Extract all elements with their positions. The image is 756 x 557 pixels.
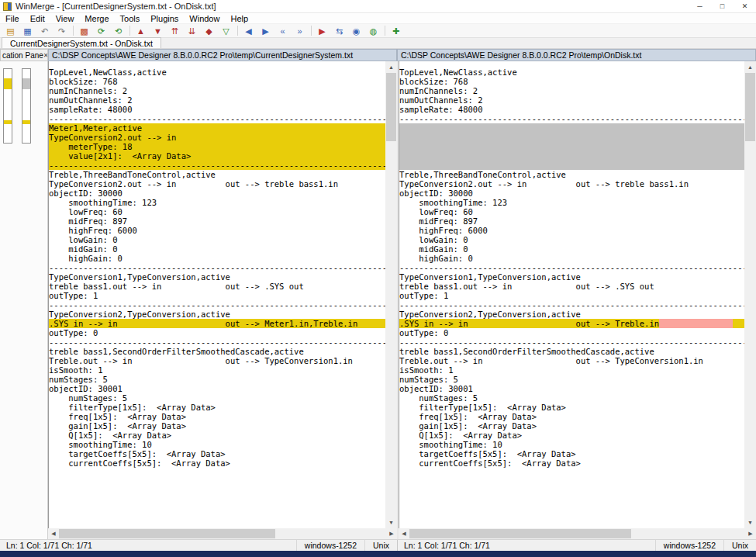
code-line[interactable]: objectID: 30000	[399, 189, 744, 198]
title-bar[interactable]: WinMerge - [CurrentDesignerSystem.txt - …	[0, 0, 756, 13]
code-line[interactable]: outType: 1	[49, 291, 385, 300]
code-line[interactable]: highFreq: 6000	[399, 226, 744, 235]
code-line[interactable]: highGain: 0	[399, 254, 744, 263]
view-report-button[interactable]: ◉	[348, 25, 364, 37]
right-vertical-scrollbar[interactable]: ▲ ▼	[744, 61, 756, 528]
code-line[interactable]: ----------------------------------------…	[399, 337, 744, 347]
code-line[interactable]: midFreq: 897	[399, 216, 744, 226]
options-button[interactable]: ▩	[76, 25, 92, 37]
code-line[interactable]: objectID: 30001	[399, 384, 744, 393]
scroll-right-icon[interactable]: ▶	[745, 528, 756, 539]
code-line[interactable]: numOutChannels: 2	[49, 95, 385, 105]
location-pane-titlebar[interactable]: cation Pane ✕	[0, 49, 48, 61]
code-line[interactable]: blockSize: 768	[49, 77, 385, 86]
diff-line[interactable]: TypeConversion2.out --> in	[49, 133, 385, 142]
right-eol[interactable]: Unix	[723, 540, 756, 551]
code-line[interactable]: treble_bass1.out --> in out --> .SYS_out	[399, 282, 744, 291]
code-line[interactable]: numOutChannels: 2	[399, 95, 744, 105]
code-line[interactable]: lowGain: 0	[399, 235, 744, 244]
code-line[interactable]: gain[1x5]: <Array Data>	[399, 421, 744, 431]
menu-tools[interactable]: Tools	[115, 13, 146, 24]
redo-button[interactable]: ↷	[54, 25, 70, 37]
scroll-right-icon[interactable]: ▶	[386, 528, 397, 539]
current-difference-button[interactable]: ◆	[201, 25, 217, 37]
menu-window[interactable]: Window	[184, 13, 225, 24]
code-line[interactable]: targetCoeffs[5x5]: <Array Data>	[49, 449, 385, 458]
code-line[interactable]: Treble.out --> in out --> TypeConversion…	[49, 356, 385, 365]
swap-panes-button[interactable]: ⇆	[331, 25, 347, 37]
diff-line[interactable]: ----------------------------------------…	[49, 161, 385, 170]
prev-difference-button[interactable]: ▲	[133, 25, 149, 37]
save-button[interactable]: ▦	[19, 25, 36, 37]
missing-line[interactable]	[399, 142, 744, 151]
code-line[interactable]: numStages: 5	[49, 375, 385, 384]
recompare-button[interactable]: ⟲	[110, 25, 126, 37]
code-line[interactable]: TopLevel,NewClass,active	[49, 67, 385, 77]
diff-line[interactable]: meterType: 18	[49, 142, 385, 151]
document-tab[interactable]: CurrentDesignerSystem.txt - OnDisk.txt	[2, 37, 161, 48]
code-line[interactable]: smoothingTime: 123	[49, 198, 385, 207]
code-line[interactable]: TypeConversion2,TypeConversion,active	[399, 310, 744, 319]
copy-all-left-button[interactable]: «	[274, 25, 291, 37]
minimize-button[interactable]: ─	[689, 0, 711, 12]
code-line[interactable]: ----------------------------------------…	[49, 300, 385, 310]
left-horizontal-scrollbar[interactable]: ◀ ▶	[48, 528, 397, 539]
code-line[interactable]: filterType[1x5]: <Array Data>	[49, 403, 385, 412]
menu-edit[interactable]: Edit	[25, 13, 50, 24]
last-difference-button[interactable]: ⇊	[184, 25, 200, 37]
code-line[interactable]: ----------------------------------------…	[399, 300, 744, 310]
code-line[interactable]: outType: 0	[399, 328, 744, 337]
first-difference-button[interactable]: ⇈	[167, 25, 183, 37]
code-line[interactable]: TypeConversion2.out --> in out --> trebl…	[399, 179, 744, 189]
code-line[interactable]: outType: 1	[399, 291, 744, 300]
code-line[interactable]: TypeConversion1,TypeConversion,active	[399, 272, 744, 282]
code-line[interactable]: midGain: 0	[399, 244, 744, 254]
diff-line[interactable]: .SYS_in --> in out --> Treble.in	[399, 319, 744, 328]
code-line[interactable]: objectID: 30001	[49, 384, 385, 393]
code-line[interactable]: currentCoeffs[5x5]: <Array Data>	[399, 458, 744, 468]
diff-line[interactable]: .SYS_in --> in out --> Meter1.in,Treble.…	[49, 319, 385, 328]
copy-right-button[interactable]: ▶	[257, 25, 274, 37]
code-line[interactable]: TypeConversion2,TypeConversion,active	[49, 310, 385, 319]
code-line[interactable]: Treble.out --> in out --> TypeConversion…	[399, 356, 744, 365]
menu-view[interactable]: View	[50, 13, 80, 24]
code-line[interactable]: Treble,ThreeBandToneControl,active	[49, 170, 385, 179]
left-file-header[interactable]: C:\DSP Concepts\AWE Designer 8.B.0.0.RC2…	[48, 49, 397, 61]
code-line[interactable]: lowFreq: 60	[49, 207, 385, 216]
copy-all-right-button[interactable]: »	[292, 25, 308, 37]
undo-button[interactable]: ↶	[36, 25, 53, 37]
code-line[interactable]: TypeConversion2.out --> in out --> trebl…	[49, 179, 385, 189]
location-map-column-left[interactable]	[3, 68, 12, 144]
code-line[interactable]: Q[1x5]: <Array Data>	[49, 431, 385, 440]
code-line[interactable]: ----------------------------------------…	[399, 263, 744, 272]
code-line[interactable]: gain[1x5]: <Array Data>	[49, 421, 385, 431]
scroll-down-icon[interactable]: ▼	[385, 517, 397, 528]
code-line[interactable]: lowFreq: 60	[399, 207, 744, 216]
code-line[interactable]: highFreq: 6000	[49, 226, 385, 235]
code-line[interactable]: isSmooth: 1	[399, 365, 744, 375]
right-encoding[interactable]: windows-1252	[655, 540, 723, 551]
left-eol[interactable]: Unix	[364, 540, 397, 551]
scroll-left-icon[interactable]: ◀	[48, 528, 59, 539]
menu-help[interactable]: Help	[225, 13, 254, 24]
right-file-header[interactable]: C:\DSP Concepts\AWE Designer 8.B.0.0.RC2…	[397, 49, 756, 61]
code-line[interactable]: numStages: 5	[399, 393, 744, 403]
code-line[interactable]: numStages: 5	[399, 375, 744, 384]
left-encoding[interactable]: windows-1252	[296, 540, 364, 551]
code-line[interactable]: ----------------------------------------…	[399, 114, 744, 123]
left-vscroll-thumb[interactable]	[386, 73, 396, 141]
missing-line[interactable]	[399, 133, 744, 142]
plugins-button[interactable]: ✚	[388, 25, 404, 37]
code-line[interactable]: currentCoeffs[5x5]: <Array Data>	[49, 458, 385, 468]
code-line[interactable]: objectID: 30000	[49, 189, 385, 198]
browser-view-button[interactable]: ◍	[365, 25, 381, 37]
code-line[interactable]: numInChannels: 2	[49, 86, 385, 95]
code-line[interactable]: highGain: 0	[49, 254, 385, 263]
code-line[interactable]: ----------------------------------------…	[49, 263, 385, 272]
code-line[interactable]: ----------------------------------------…	[49, 114, 385, 123]
code-line[interactable]: numStages: 5	[49, 393, 385, 403]
left-vertical-scrollbar[interactable]: ▲ ▼	[385, 61, 397, 528]
right-vscroll-thumb[interactable]	[745, 73, 755, 141]
code-line[interactable]: ----------------------------------------…	[49, 337, 385, 347]
refresh-button[interactable]: ⟳	[93, 25, 109, 37]
